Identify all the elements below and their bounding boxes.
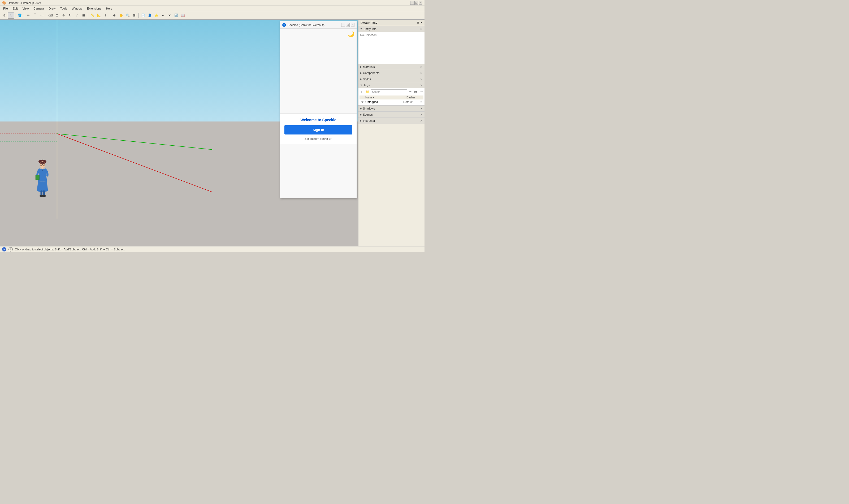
- viewport[interactable]: S Speckle (Beta) for SketchUp ─ □ ✕ 🌙: [0, 20, 358, 246]
- panel-settings-icon[interactable]: ⚙: [417, 21, 419, 24]
- tags-folder-button[interactable]: 📁: [365, 89, 369, 94]
- speckle-dialog: S Speckle (Beta) for SketchUp ─ □ ✕ 🌙: [280, 21, 357, 198]
- extension1-button[interactable]: ⭐: [153, 12, 160, 19]
- menu-tools[interactable]: Tools: [58, 6, 69, 11]
- entity-info-chevron-icon: ▼: [360, 28, 362, 30]
- search-tool-button[interactable]: ⊙: [1, 12, 7, 19]
- speckle-maximize-button[interactable]: □: [346, 23, 350, 27]
- scale-button[interactable]: ⤢: [74, 12, 80, 19]
- main-toolbar: ⊙ ↖ 🪣 ✏ ⌒ ▭ ⌫ ⊡ ✛ ↻ ⤢ ⊞ 📏 📐 T ⊕ ✋ 🔍 ⊟ 📄 …: [0, 11, 424, 20]
- materials-title: Materials: [363, 65, 375, 69]
- tags-title: Tags: [363, 84, 369, 87]
- menu-extensions[interactable]: Extensions: [85, 6, 104, 11]
- eraser-button[interactable]: ⌫: [47, 12, 54, 19]
- tags-toolbar: ＋ 📁 ✏ ▦ ⋯: [360, 89, 423, 94]
- components-title: Components: [363, 71, 379, 74]
- tags-more-button[interactable]: ⋯: [419, 89, 423, 94]
- tags-header[interactable]: ▼ Tags ✕: [358, 82, 424, 88]
- select-tool-button[interactable]: ↖: [8, 12, 14, 19]
- menu-file[interactable]: File: [1, 6, 10, 11]
- speckle-signin-button[interactable]: Sign In: [285, 125, 353, 134]
- orbit-button[interactable]: ⊕: [111, 12, 118, 19]
- protractor-button[interactable]: 📐: [96, 12, 102, 19]
- extension2-button[interactable]: ♦: [160, 12, 166, 19]
- tags-add-button[interactable]: ＋: [360, 89, 364, 94]
- components-header-left: ▶ Components: [360, 71, 379, 74]
- tags-close-button[interactable]: ✕: [420, 83, 423, 87]
- menu-help[interactable]: Help: [104, 6, 114, 11]
- pan-button[interactable]: ✋: [118, 12, 124, 19]
- materials-close-button[interactable]: ✕: [420, 65, 423, 69]
- toolbar-sep-6: [139, 13, 139, 18]
- zoom-button[interactable]: 🔍: [124, 12, 131, 19]
- menu-camera[interactable]: Camera: [31, 6, 46, 11]
- right-panel: Default Tray ⚙ ✕ ▼ Entity Info ✕ No Sele…: [358, 20, 424, 246]
- tag-edit-icon[interactable]: ✏: [420, 101, 422, 104]
- move-button[interactable]: ✛: [60, 12, 67, 19]
- materials-section: ▶ Materials ✕: [358, 64, 424, 70]
- offset-button[interactable]: ⊞: [80, 12, 87, 19]
- minimize-button[interactable]: ─: [410, 1, 414, 5]
- scenes-close-button[interactable]: ✕: [420, 113, 423, 117]
- entity-info-close-button[interactable]: ✕: [420, 27, 423, 31]
- tape-button[interactable]: 📏: [89, 12, 95, 19]
- main-layout: S Speckle (Beta) for SketchUp ─ □ ✕ 🌙: [0, 20, 424, 246]
- tag-visibility-icon[interactable]: 👁: [361, 100, 364, 104]
- entity-info-header[interactable]: ▼ Entity Info ✕: [358, 26, 424, 32]
- components-close-button[interactable]: ✕: [420, 71, 423, 75]
- close-button[interactable]: ✕: [419, 1, 422, 5]
- menu-draw[interactable]: Draw: [47, 6, 58, 11]
- toolbar-sep-5: [110, 13, 110, 18]
- rotate-button[interactable]: ↻: [67, 12, 73, 19]
- tags-header-left: ▼ Tags: [360, 84, 369, 87]
- tags-name-col-header[interactable]: Name ▾: [365, 96, 405, 99]
- user-button[interactable]: 👤: [146, 12, 153, 19]
- pushpull-button[interactable]: ⊡: [54, 12, 60, 19]
- tags-filter-button[interactable]: ▦: [414, 89, 418, 94]
- tags-content: ＋ 📁 ✏ ▦ ⋯ Name ▾ Dashes 👁: [358, 88, 424, 105]
- speckle-minimize-button[interactable]: ─: [341, 23, 345, 27]
- svg-rect-14: [41, 191, 43, 196]
- speckle-close-button[interactable]: ✕: [351, 23, 355, 27]
- instructor-header[interactable]: ▶ Instructor ✕: [358, 118, 424, 124]
- shadows-close-button[interactable]: ✕: [420, 107, 423, 111]
- entity-info-content: No Selection: [358, 32, 424, 64]
- shadows-header[interactable]: ▶ Shadows ✕: [358, 106, 424, 111]
- components-header[interactable]: ▶ Components ✕: [358, 70, 424, 76]
- styles-close-button[interactable]: ✕: [420, 77, 423, 81]
- shape-button[interactable]: ▭: [38, 12, 45, 19]
- tags-search-input[interactable]: [371, 89, 407, 94]
- title-bar-left: 🎨 Untitled* - SketchUp 2024: [2, 1, 41, 5]
- new-model-button[interactable]: 📄: [140, 12, 146, 19]
- zoom-extents-button[interactable]: ⊟: [131, 12, 138, 19]
- arc-button[interactable]: ⌒: [32, 12, 38, 19]
- tags-edit-button[interactable]: ✏: [408, 89, 413, 94]
- menu-bar: File Edit View Camera Draw Tools Window …: [0, 6, 424, 11]
- speckle-custom-server-link[interactable]: Set custom server url: [285, 137, 353, 140]
- styles-header[interactable]: ▶ Styles ✕: [358, 76, 424, 82]
- materials-header[interactable]: ▶ Materials ✕: [358, 64, 424, 70]
- menu-view[interactable]: View: [20, 6, 31, 11]
- components-chevron-icon: ▶: [360, 72, 362, 74]
- panel-close-icon[interactable]: ✕: [420, 21, 422, 24]
- maximize-button[interactable]: □: [414, 1, 418, 5]
- speckle-titlebar: S Speckle (Beta) for SketchUp ─ □ ✕: [280, 21, 357, 29]
- scenes-header[interactable]: ▶ Scenes ✕: [358, 112, 424, 118]
- components-section: ▶ Components ✕: [358, 70, 424, 76]
- extension5-button[interactable]: 📖: [180, 12, 186, 19]
- instructor-close-button[interactable]: ✕: [420, 119, 423, 123]
- panel-title: Default Tray: [361, 21, 377, 24]
- menu-edit[interactable]: Edit: [11, 6, 20, 11]
- menu-window[interactable]: Window: [70, 6, 84, 11]
- toolbar-sep-3: [46, 13, 46, 18]
- entity-info-section: ▼ Entity Info ✕ No Selection: [358, 26, 424, 64]
- speckle-loading-area: 🌙: [280, 29, 357, 113]
- text-button[interactable]: T: [103, 12, 109, 19]
- instructor-section: ▶ Instructor ✕: [358, 118, 424, 124]
- extension4-button[interactable]: 🔄: [173, 12, 179, 19]
- person-svg: [32, 159, 53, 198]
- paint-bucket-button[interactable]: 🪣: [16, 12, 23, 19]
- extension3-button[interactable]: ✖: [166, 12, 173, 19]
- help-button[interactable]: ?: [8, 247, 13, 251]
- pencil-button[interactable]: ✏: [25, 12, 32, 19]
